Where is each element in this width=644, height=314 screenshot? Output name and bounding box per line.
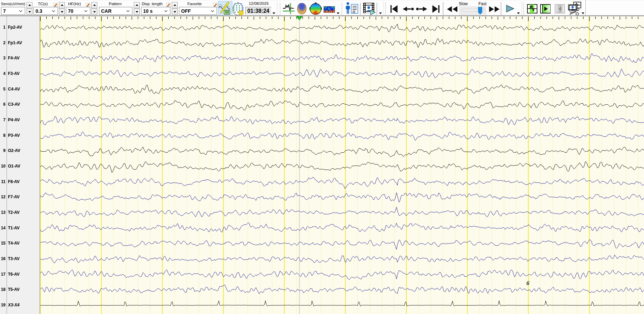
svg-text:6: 6 <box>526 280 529 286</box>
svg-text:50: 50 <box>225 10 229 14</box>
